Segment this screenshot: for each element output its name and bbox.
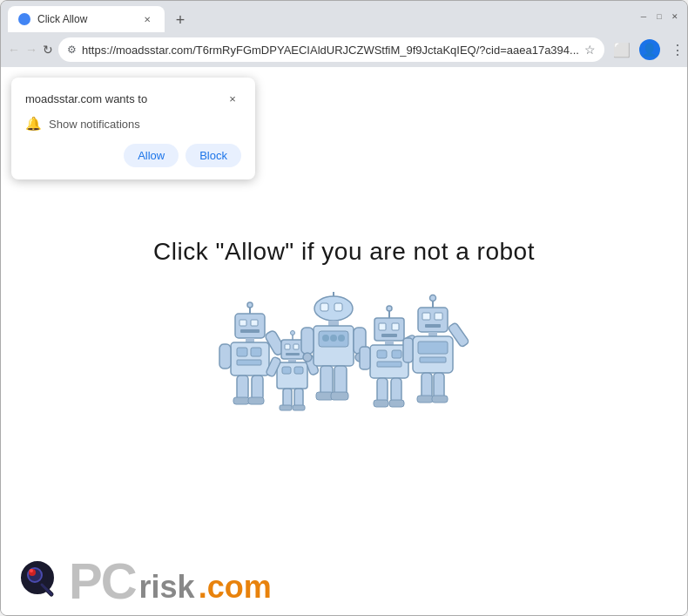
svg-rect-60: [377, 350, 387, 358]
profile-avatar: 👤: [639, 39, 660, 60]
robots-illustration: [218, 292, 470, 427]
svg-rect-31: [280, 405, 292, 410]
back-button[interactable]: ←: [8, 37, 20, 62]
svg-rect-35: [334, 303, 342, 311]
svg-rect-15: [233, 397, 249, 404]
svg-rect-1: [239, 320, 246, 326]
reload-button[interactable]: ↻: [43, 37, 53, 62]
svg-rect-10: [237, 360, 261, 365]
svg-rect-49: [334, 366, 347, 396]
svg-rect-67: [374, 400, 388, 407]
close-icon: ×: [229, 92, 236, 105]
svg-rect-14: [252, 376, 263, 400]
toolbar: ← → ↻ ⚙ https://moadsstar.com/T6rmRyFGmD…: [1, 32, 687, 67]
svg-rect-68: [389, 400, 404, 407]
svg-point-74: [430, 295, 436, 301]
permission-text: Show notifications: [49, 118, 140, 131]
svg-rect-62: [377, 362, 401, 367]
svg-rect-38: [328, 321, 339, 326]
extensions-button[interactable]: ⬜: [610, 37, 634, 62]
svg-rect-7: [231, 342, 269, 376]
pcrisk-com-text: .com: [199, 572, 272, 606]
svg-rect-2: [251, 320, 258, 326]
svg-rect-19: [293, 344, 299, 349]
profile-button[interactable]: 👤: [637, 37, 662, 62]
svg-rect-77: [418, 342, 448, 354]
svg-point-89: [30, 569, 33, 572]
menu-icon: ⋮: [671, 42, 685, 58]
popup-permission-row: 🔔 Show notifications: [25, 116, 241, 132]
bookmark-icon[interactable]: ☆: [584, 43, 596, 57]
svg-rect-11: [219, 344, 231, 369]
toolbar-right: ⬜ 👤 ⋮: [610, 37, 688, 62]
title-bar: Click Allow ✕ + ─ □ ✕: [1, 1, 687, 32]
block-button[interactable]: Block: [185, 144, 241, 167]
close-button[interactable]: ✕: [670, 11, 680, 22]
captcha-text: Click "Allow" if you are not a robot: [153, 238, 535, 266]
forward-button[interactable]: →: [25, 37, 37, 62]
svg-rect-54: [392, 323, 399, 330]
svg-rect-79: [403, 338, 413, 362]
svg-rect-78: [420, 357, 446, 362]
page-content: moadsstar.com wants to × 🔔 Show notifica…: [1, 67, 687, 615]
svg-rect-18: [285, 344, 290, 349]
allow-button[interactable]: Allow: [124, 144, 179, 167]
pcrisk-risk-text: risk: [139, 572, 195, 606]
svg-rect-61: [392, 350, 401, 358]
svg-point-42: [330, 335, 337, 342]
pcrisk-search-icon: [18, 558, 64, 604]
new-tab-button[interactable]: +: [168, 8, 192, 32]
robots-svg: [218, 292, 470, 427]
svg-rect-70: [422, 313, 430, 320]
reload-icon: ↻: [43, 43, 53, 57]
tab-close-button[interactable]: ✕: [140, 12, 154, 26]
svg-rect-55: [381, 334, 397, 337]
svg-point-46: [303, 353, 312, 362]
svg-rect-72: [425, 324, 441, 328]
window-controls: ─ □ ✕: [638, 11, 680, 22]
svg-rect-26: [294, 367, 303, 374]
popup-title: moadsstar.com wants to: [25, 92, 147, 105]
svg-rect-71: [435, 313, 442, 320]
tab-favicon: [18, 13, 30, 25]
url-text: https://moadsstar.com/T6rmRyFGmDPYAECIAl…: [82, 44, 579, 57]
svg-rect-32: [293, 405, 305, 410]
svg-rect-8: [237, 348, 247, 356]
svg-rect-20: [286, 353, 300, 355]
svg-rect-63: [360, 347, 370, 369]
svg-point-5: [247, 302, 253, 308]
bell-icon: 🔔: [25, 116, 42, 132]
popup-close-button[interactable]: ×: [224, 90, 241, 107]
svg-rect-51: [331, 392, 348, 400]
pcrisk-logo: PC risk .com: [69, 556, 272, 606]
active-tab[interactable]: Click Allow ✕: [8, 6, 165, 32]
svg-rect-24: [277, 362, 307, 389]
forward-icon: →: [25, 43, 37, 57]
watermark: PC risk .com: [18, 556, 272, 606]
svg-point-57: [387, 306, 392, 311]
svg-rect-13: [237, 376, 248, 400]
menu-button[interactable]: ⋮: [665, 37, 688, 62]
svg-rect-34: [320, 303, 328, 311]
svg-rect-16: [248, 397, 264, 404]
minimize-button[interactable]: ─: [638, 11, 649, 22]
popup-header: moadsstar.com wants to ×: [25, 90, 241, 107]
extensions-icon: ⬜: [613, 42, 631, 58]
svg-point-41: [322, 335, 329, 342]
pcrisk-pc-text: PC: [69, 556, 136, 606]
maximize-button[interactable]: □: [654, 11, 664, 22]
svg-rect-3: [240, 329, 260, 333]
svg-point-43: [338, 335, 345, 342]
svg-rect-53: [379, 323, 386, 330]
svg-rect-66: [391, 378, 401, 403]
address-bar[interactable]: ⚙ https://moadsstar.com/T6rmRyFGmDPYAECI…: [58, 37, 604, 62]
svg-rect-9: [251, 348, 261, 356]
svg-rect-83: [417, 396, 433, 403]
browser-window: Click Allow ✕ + ─ □ ✕ ← → ↻ ⚙ https://mo…: [0, 0, 688, 616]
svg-rect-65: [377, 378, 388, 403]
svg-point-22: [291, 331, 295, 335]
svg-rect-84: [432, 396, 448, 403]
security-icon: ⚙: [67, 44, 77, 56]
tab-title: Click Allow: [37, 13, 133, 25]
tab-bar: Click Allow ✕ +: [8, 1, 624, 32]
